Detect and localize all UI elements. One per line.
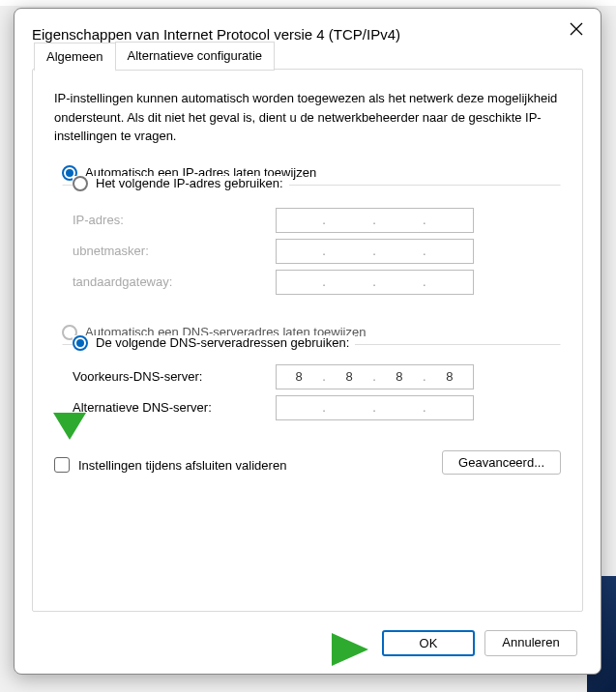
panel: Algemeen Alternatieve configuratie IP-in…: [32, 69, 583, 612]
radio-ip-manual-label: Het volgende IP-adres gebruiken:: [96, 176, 283, 190]
subnet-mask-label: ubnetmasker:: [73, 244, 276, 258]
preferred-dns-label: Voorkeurs-DNS-server:: [73, 369, 276, 384]
ip-manual-group: Het volgende IP-adres gebruiken: IP-adre…: [62, 185, 561, 309]
dialog-buttons: OK Annuleren: [382, 630, 577, 656]
tab-row: Algemeen Alternatieve configuratie: [35, 42, 275, 71]
radio-ip-manual[interactable]: Het volgende IP-adres gebruiken:: [73, 176, 283, 191]
dialog-title: Eigenschappen van Internet Protocol vers…: [32, 26, 554, 43]
annotation-arrow-ok: [208, 627, 372, 672]
ipv4-properties-dialog: Eigenschappen van Internet Protocol vers…: [14, 8, 601, 675]
alternate-dns-input[interactable]: ...: [276, 395, 474, 420]
tab-general[interactable]: Algemeen: [34, 43, 116, 72]
tab-body: IP-instellingen kunnen automatisch worde…: [33, 70, 582, 488]
ok-button[interactable]: OK: [382, 630, 475, 656]
advanced-button[interactable]: Geavanceerd...: [442, 450, 561, 475]
tab-alternative[interactable]: Alternatieve configuratie: [115, 42, 275, 71]
checkbox-icon: [54, 457, 70, 473]
subnet-mask-input: ...: [276, 239, 474, 264]
radio-icon: [73, 176, 88, 191]
close-icon: [570, 22, 583, 36]
ip-address-input: ...: [276, 208, 474, 233]
close-button[interactable]: [554, 11, 599, 47]
radio-dns-manual[interactable]: De volgende DNS-serveradressen gebruiken…: [73, 335, 349, 351]
alternate-dns-label: Alternatieve DNS-server:: [73, 400, 276, 415]
ip-address-label: IP-adres:: [73, 213, 276, 227]
cancel-button[interactable]: Annuleren: [484, 630, 577, 656]
radio-icon: [73, 335, 88, 351]
validate-on-exit-label: Instellingen tijdens afsluiten valideren: [78, 458, 286, 473]
description-text: IP-instellingen kunnen automatisch worde…: [54, 89, 561, 146]
preferred-dns-input[interactable]: 8.8.8.8: [276, 364, 474, 389]
dns-manual-group: De volgende DNS-serveradressen gebruiken…: [62, 344, 561, 435]
default-gateway-input: ...: [276, 270, 474, 295]
default-gateway-label: tandaardgateway:: [73, 274, 276, 289]
validate-on-exit-checkbox[interactable]: Instellingen tijdens afsluiten valideren: [54, 457, 286, 473]
radio-dns-manual-label: De volgende DNS-serveradressen gebruiken…: [96, 335, 349, 350]
